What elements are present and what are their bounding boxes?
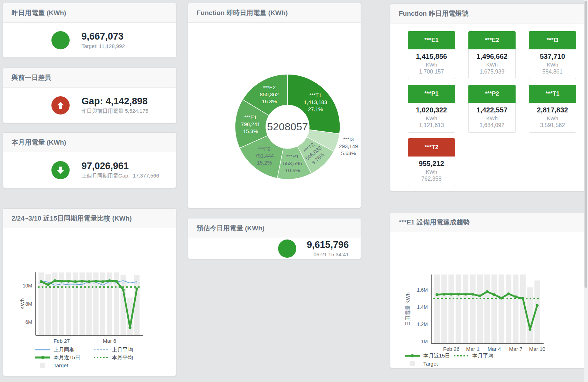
device-tile-value: 1,496,662 — [469, 53, 515, 61]
legend-item-dots[interactable]: 本月平均 — [453, 353, 502, 359]
series-point[interactable] — [507, 292, 510, 295]
legend-item-bar[interactable]: Target — [35, 362, 93, 368]
device-tile-7[interactable]: ***T2955,212KWh762,358 — [408, 138, 455, 186]
series-point[interactable] — [60, 280, 63, 283]
device-tile-name: ***T2 — [408, 138, 455, 157]
e1-trend-card: ***E1 設備用電達成趨勢 1.6M1.4M1.2M1MFeb 26Mar 1… — [390, 212, 585, 368]
series-point[interactable] — [536, 304, 539, 307]
series-point[interactable] — [529, 328, 531, 331]
day-gap-card: 與前一日差異 Gap: 4,142,898 昨日與前日用電量 5,524,175 — [3, 68, 176, 123]
series-point[interactable] — [135, 287, 138, 290]
e1-trend-card-title: ***E1 設備用電達成趨勢 — [390, 213, 585, 232]
series-point[interactable] — [464, 293, 467, 296]
page-scrollbar-thumb[interactable] — [585, 1, 587, 288]
target-bar — [463, 275, 468, 343]
x-axis-tick-label: Mar 1 — [466, 346, 479, 352]
series-point[interactable] — [67, 280, 70, 283]
yesterday-usage-card-title: 昨日用電量 (KWh) — [3, 3, 176, 23]
legend-label: 上月同期 — [54, 347, 75, 353]
target-bar — [527, 287, 533, 343]
target-bar — [491, 275, 497, 343]
x-axis-tick-label: Feb 26 — [443, 346, 460, 352]
donut-label-line: 5.63% — [341, 150, 356, 156]
green-down-arrow-circle — [51, 161, 70, 179]
target-bar — [456, 275, 461, 343]
x-axis-tick-label: Mar 7 — [509, 346, 522, 352]
legend-row: 本月近15日本月平均 — [35, 354, 151, 361]
series-point[interactable] — [108, 279, 111, 282]
series-point[interactable] — [40, 280, 43, 283]
series-point[interactable] — [88, 280, 91, 283]
month-usage-caption: 上個月同期用電Gap: -17,377,566 — [82, 173, 159, 179]
red-up-arrow-circle — [51, 96, 70, 114]
series-point[interactable] — [443, 293, 446, 296]
series-point[interactable] — [74, 280, 77, 283]
series-point[interactable] — [54, 279, 56, 282]
series-point[interactable] — [94, 280, 97, 283]
donut-label-line: 293,149 — [339, 143, 358, 149]
device-tile-unit: KWh — [408, 115, 455, 121]
series-point[interactable] — [450, 293, 453, 296]
legend-item-dots[interactable]: 本月平均 — [93, 354, 151, 361]
compare-15day-card-title: 2/24~3/10 近15日同期用電量比較 (KWh) — [3, 209, 176, 228]
series-point[interactable] — [522, 297, 524, 300]
yesterday-usage-value: 9,667,073 — [82, 31, 125, 42]
donut-label-line: 16.3% — [262, 98, 277, 104]
series-point[interactable] — [472, 293, 474, 296]
x-axis-tick-label: Mar 10 — [529, 346, 545, 352]
legend-marker-icon — [35, 363, 51, 368]
legend-row: 本月近15日本月平均 — [404, 352, 502, 360]
series-point[interactable] — [101, 280, 104, 283]
legend-item-thick-line[interactable]: 本月近15日 — [35, 354, 93, 361]
legend-label: Target — [54, 362, 68, 368]
device-tile-2[interactable]: ***E21,496,662KWh1,675,939 — [468, 31, 516, 79]
series-point[interactable] — [115, 280, 118, 283]
realtime-usage-card-title: Function 即時日用電量 (KWh) — [188, 3, 361, 23]
legend-marker-icon — [453, 353, 469, 358]
legend-item-line[interactable]: 上月同期 — [35, 347, 93, 353]
device-tile-name: ***T1 — [529, 85, 576, 103]
legend-item-dash[interactable]: 上月平均 — [93, 347, 151, 353]
device-tile-1[interactable]: ***E11,415,856KWh1,700,157 — [408, 31, 455, 79]
donut-label-line: ***P2 — [258, 146, 271, 152]
legend-item-bar[interactable]: Target — [404, 361, 453, 367]
day-gap-value: Gap: 4,142,898 — [82, 96, 148, 107]
month-usage-kpi: 97,026,961 上個月同期用電Gap: -17,377,566 — [3, 152, 176, 188]
realtime-usage-donut-chart: ***T11,413,18327.1%***I3293,1495.63%***T… — [188, 22, 361, 208]
series-point[interactable] — [493, 293, 496, 296]
device-tile-subvalue: 584,861 — [529, 69, 576, 75]
x-axis-tick-label: Mar 4 — [488, 346, 501, 352]
series-point[interactable] — [479, 294, 481, 297]
legend-item-thick-line[interactable]: 本月近15日 — [404, 353, 453, 359]
series-point[interactable] — [486, 290, 489, 293]
device-tile-unit: KWh — [408, 62, 455, 68]
target-bar — [434, 275, 440, 343]
series-point[interactable] — [514, 296, 517, 298]
series-point[interactable] — [129, 326, 132, 329]
device-tile-3[interactable]: ***I3537,710KWh584,861 — [529, 31, 576, 79]
series-point[interactable] — [122, 289, 125, 291]
device-tile-body: 1,422,557KWh1,684,092 — [468, 103, 516, 133]
device-tile-4[interactable]: ***P11,020,322KWh1,121,613 — [408, 85, 455, 133]
series-point[interactable] — [81, 280, 84, 283]
green-status-circle — [51, 31, 70, 49]
device-tile-value: 955,212 — [408, 160, 455, 168]
donut-label-line: 15.3% — [243, 128, 258, 134]
device-tile-unit: KWh — [529, 62, 576, 68]
estimate-today-value: 9,615,796 — [307, 239, 349, 250]
series-point[interactable] — [435, 293, 438, 296]
device-tile-name: ***E2 — [468, 31, 516, 49]
device-tile-6[interactable]: ***T12,817,832KWh3,591,562 — [529, 85, 576, 133]
realtime-usage-card: Function 即時日用電量 (KWh) ***T11,413,18327.1… — [188, 3, 361, 208]
estimate-today-kpi: 9,615,796 06-21 15:34:41 — [188, 238, 361, 259]
series-point[interactable] — [47, 283, 49, 286]
estimate-today-card-title: 預估今日用電量 (KWh) — [188, 218, 361, 238]
device-tile-unit: KWh — [529, 115, 576, 121]
page-scrollbar-track[interactable] — [584, 0, 588, 382]
device-tile-subvalue: 1,700,157 — [408, 69, 455, 75]
series-point[interactable] — [500, 297, 503, 299]
device-tile-5[interactable]: ***P21,422,557KWh1,684,092 — [468, 85, 516, 133]
month-usage-card-title: 本月用電量 (KWh) — [3, 133, 176, 152]
series-point[interactable] — [457, 293, 460, 296]
compare-15day-card: 2/24~3/10 近15日同期用電量比較 (KWh) 10M8M6MFeb 2… — [3, 208, 176, 376]
